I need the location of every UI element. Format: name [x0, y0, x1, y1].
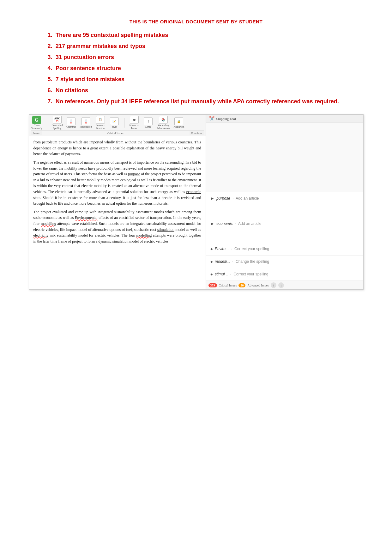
issue-num-4: 4. [44, 65, 56, 72]
issue-text-1: There are 95 contextual spelling mistake… [56, 32, 168, 39]
advanced-count-badge: 30 [238, 283, 245, 287]
grammarly-panel: G CloseGrammarly ABC 85 ContextualSpelli… [29, 115, 206, 289]
advanced-issues-button[interactable]: ⊕ AdvancedIssues [129, 116, 140, 130]
snipping-tool-header: ✂️ Snipping Tool [206, 115, 363, 123]
toolbar-row1: G CloseGrammarly ABC 85 ContextualSpelli… [31, 116, 204, 130]
scroll-down-button[interactable]: ↓ [278, 282, 284, 288]
plagiarism-label: Plagiarism [173, 125, 184, 128]
issue-item-6: 6.No citations [44, 87, 367, 94]
issue-item-7: 7.No references. Only put 34 IEEE refere… [44, 98, 367, 105]
suggestions-panel: ✂️ Snipping Tool ► purpose · Add an arti… [206, 115, 363, 289]
contextual-icon: ABC 85 [53, 116, 62, 123]
suggestion-enviro[interactable]: ● Enviro... · Correct your spelling [206, 243, 363, 256]
screenshot-area: G CloseGrammarly ABC 85 ContextualSpelli… [29, 114, 364, 290]
punctuation-label: Punctuation [80, 125, 92, 128]
document-title: THIS IS THE ORIGINAL DOCUMENT SENT BY ST… [25, 19, 367, 24]
issue-item-3: 3.31 punctuation errors [44, 54, 367, 61]
critical-issues-bottom-label: Critical Issues [219, 284, 237, 287]
plagiarism-button[interactable]: 🔒 Plagiarism [173, 117, 184, 128]
toolbar-row2: Status Critical Issues Premium [31, 130, 204, 135]
suggestion-text-modelli: modelli... · Change the spelling [215, 259, 269, 264]
issue-num-5: 5. [44, 76, 56, 83]
grammarly-g-icon: G [32, 116, 41, 124]
suggestion-text-stimul: stimul... · Correct your spelling [215, 272, 268, 276]
bullet-icon-4: ● [210, 260, 213, 264]
issue-item-4: 4.Poor sentence structure [44, 65, 367, 72]
bullet-icon: ► [210, 196, 215, 201]
doc-para2: The negative effect as a result of numer… [33, 160, 201, 207]
punctuation-button[interactable]: 📄 31 Punctuation [80, 117, 92, 128]
style-icon: 📝 [110, 117, 119, 125]
toolbar-separator-1 [47, 118, 47, 128]
toolbar-separator-2 [124, 118, 124, 128]
issue-text-7: No references. Only put 34 IEEE referenc… [56, 98, 339, 105]
grammarly-close-button[interactable]: G CloseGrammarly [31, 116, 43, 130]
issue-num-7: 7. [44, 98, 56, 105]
critical-count-badge: 359 [208, 283, 217, 287]
vocabulary-icon: 📚 [159, 116, 168, 123]
bullet-icon-2: ► [210, 222, 215, 226]
suggestion-spacer-1 [206, 205, 363, 218]
vocabulary-button[interactable]: 📚 VocabularyEnhancement [157, 116, 171, 130]
snipping-icon: ✂️ [209, 116, 214, 121]
advanced-label: AdvancedIssues [129, 124, 139, 130]
bullet-icon-3: ● [210, 247, 213, 251]
plagiarism-icon: 🔒 [174, 117, 183, 125]
doc-para1: from petroleum products which are import… [33, 139, 201, 157]
issue-item-1: 1.There are 95 contextual spelling mista… [44, 32, 367, 39]
snipping-tool-area [206, 123, 363, 192]
punctuation-icon: 📄 31 [81, 117, 90, 125]
vocabulary-label: VocabularyEnhancement [157, 124, 171, 130]
close-label: CloseGrammarly [31, 124, 43, 130]
premium-label: Premium [190, 131, 204, 135]
suggestion-economic[interactable]: ► economic · Add an article [206, 218, 363, 230]
suggestion-modelli[interactable]: ● modelli... · Change the spelling [206, 256, 363, 268]
issue-text-4: Poor sentence structure [56, 65, 121, 72]
genre-label: Genre [145, 125, 151, 128]
suggestion-text-purpose: purpose · Add an article [216, 196, 259, 201]
contextual-label: ContextualSpelling [51, 124, 63, 130]
sentence-structure-button[interactable]: 📋 SentenceStructure [95, 116, 106, 130]
sentence-label: SentenceStructure [96, 124, 105, 130]
doc-para3: The project evaluated and came up with i… [33, 209, 201, 244]
issue-text-3: 31 punctuation errors [56, 54, 114, 61]
grammarly-toolbar: G CloseGrammarly ABC 85 ContextualSpelli… [29, 115, 206, 136]
issue-num-2: 2. [44, 43, 56, 50]
issue-num-6: 6. [44, 87, 56, 94]
issue-item-2: 2.217 grammar mistakes and typos [44, 43, 367, 50]
bottom-bar: 359 Critical Issues 30 Advanced Issues ↑… [206, 281, 363, 289]
issue-text-2: 217 grammar mistakes and typos [56, 43, 145, 50]
grammar-icon: 📄 87 [67, 117, 75, 125]
style-button[interactable]: 📝 Style [109, 117, 120, 128]
genre-icon: ⋮ [144, 117, 153, 125]
genre-button[interactable]: ⋮ Genre [143, 117, 154, 128]
suggestion-text-economic: economic · Add an article [216, 221, 261, 226]
suggestion-text-enviro: Enviro... · Correct your spelling [215, 247, 269, 251]
issue-num-3: 3. [44, 54, 56, 61]
advanced-issues-bottom-label: Advanced Issues [247, 284, 268, 287]
issue-text-6: No citations [56, 87, 88, 94]
scroll-up-button[interactable]: ↑ [271, 282, 276, 288]
bullet-icon-5: ● [210, 272, 213, 277]
suggestion-purpose[interactable]: ► purpose · Add an article [206, 192, 363, 205]
document-content: from petroleum products which are import… [29, 136, 206, 250]
issue-item-5: 5.7 style and tone mistakes [44, 76, 367, 83]
advanced-icon: ⊕ [130, 116, 139, 123]
status-label: Status [31, 131, 42, 135]
critical-issues-label: Critical Issues [44, 132, 188, 135]
style-label: Style [112, 125, 117, 128]
sentence-icon: 📋 [96, 116, 105, 123]
issue-text-5: 7 style and tone mistakes [56, 76, 124, 83]
document-header: THIS IS THE ORIGINAL DOCUMENT SENT BY ST… [25, 13, 367, 105]
suggestion-spacer-2 [206, 230, 363, 243]
issues-list: 1.There are 95 contextual spelling mista… [44, 32, 367, 105]
grammar-label: Grammar [66, 125, 76, 128]
suggestion-stimul[interactable]: ● stimul... · Correct your spelling [206, 268, 363, 281]
issue-num-1: 1. [44, 32, 56, 39]
snipping-tool-label: Snipping Tool [216, 117, 236, 121]
contextual-spelling-button[interactable]: ABC 85 ContextualSpelling [51, 116, 63, 130]
grammar-button[interactable]: 📄 87 Grammar [66, 117, 76, 128]
